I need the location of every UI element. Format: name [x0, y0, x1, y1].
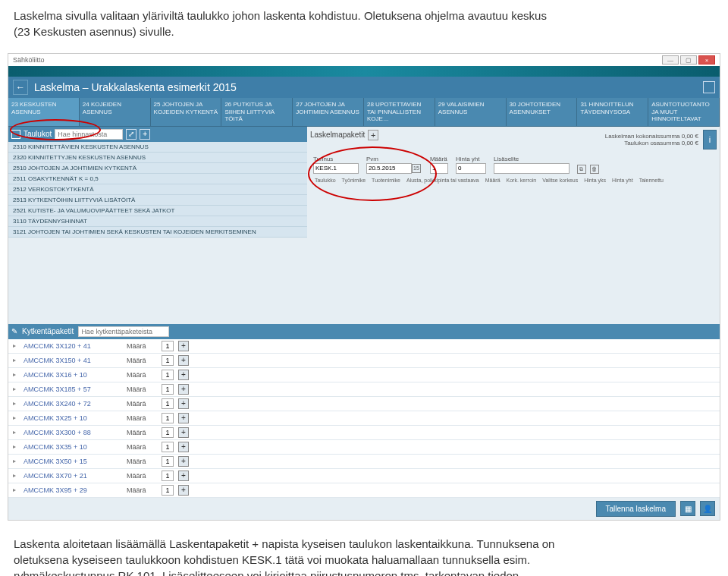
lisaselite-input[interactable]: [494, 163, 570, 174]
tab-item[interactable]: 27 JOHTOJEN JA JOHTIMIEN ASENNUS: [293, 98, 364, 126]
tab-item[interactable]: 23 KESKUSTEN ASENNUS: [8, 98, 80, 126]
intro-paragraph: Laskelma sivulla valitaan yläriviltä tau…: [0, 0, 728, 47]
tunnus-input[interactable]: [313, 163, 359, 174]
kp-name[interactable]: AMCCMK 3X95 + 29: [24, 486, 122, 494]
kp-name[interactable]: AMCCMK 3X16 + 10: [24, 371, 122, 379]
kp-qty-input[interactable]: [162, 427, 174, 438]
search-kytkentapaketit-input[interactable]: [78, 326, 169, 337]
kp-qty-input[interactable]: [162, 398, 174, 409]
kp-name[interactable]: AMCCMK 3X25 + 10: [24, 414, 122, 422]
kp-add-button[interactable]: +: [178, 427, 189, 438]
kp-qty-input[interactable]: [162, 456, 174, 467]
expand-row-icon[interactable]: ▸: [13, 472, 19, 479]
tab-item[interactable]: 28 UPOTETTAVIEN TAI PINNALLISTEN KOJE…: [364, 98, 435, 126]
expand-row-icon[interactable]: ▸: [13, 414, 19, 421]
kytkentapaketti-row: ▸AMCCMK 3X185 + 57Määrä+: [8, 382, 720, 397]
tab-item[interactable]: 26 PUTKITUS JA SIIHEN LIITTYVIÄ TÖITÄ: [221, 98, 293, 126]
kp-name[interactable]: AMCCMK 3X185 + 57: [24, 386, 122, 393]
kp-add-button[interactable]: +: [178, 442, 189, 452]
delete-icon[interactable]: 🗑: [590, 165, 599, 174]
expand-row-icon[interactable]: ▸: [13, 429, 19, 436]
kp-maara-label: Määrä: [127, 400, 157, 408]
kp-name[interactable]: AMCCMK 3X35 + 10: [24, 443, 122, 451]
expand-row-icon[interactable]: ▸: [13, 486, 19, 493]
kp-name[interactable]: AMCCMK 3X120 + 41: [24, 342, 122, 350]
kp-add-button[interactable]: +: [178, 398, 189, 409]
kp-add-button[interactable]: +: [178, 370, 189, 380]
footer-action-1-icon[interactable]: ▦: [680, 501, 695, 516]
taulukko-row[interactable]: 3121 JOHTOJEN TAI JOHTIMIEN SEKÄ KESKUST…: [8, 227, 307, 238]
taulukko-row[interactable]: 2310 KIINNITETTÄVIEN KESKUSTEN ASENNUS: [8, 142, 307, 153]
maara-input[interactable]: [430, 163, 448, 174]
tab-item[interactable]: 29 VALAISIMIEN ASENNUS: [435, 98, 507, 126]
tab-item[interactable]: 24 KOJEIDEN ASENNUS: [80, 98, 151, 126]
expand-row-icon[interactable]: ▸: [13, 371, 19, 378]
expand-row-icon[interactable]: ▸: [13, 386, 19, 392]
kp-add-button[interactable]: +: [178, 384, 189, 395]
tab-item[interactable]: ASUNTOTUOTANTO JA MUUT HINNOITELTAVAT: [648, 98, 720, 126]
taulukko-row[interactable]: 2511 OSAKYTKENNÄT k = 0,5: [8, 174, 307, 184]
kp-name[interactable]: AMCCMK 3X300 + 88: [24, 429, 122, 436]
kp-add-button[interactable]: +: [178, 341, 189, 351]
taulukko-row[interactable]: 2513 KYTKENTÖIHIN LIITTYVIÄ LISÄTÖITÄ: [8, 195, 307, 206]
kp-qty-input[interactable]: [162, 485, 174, 496]
kp-add-button[interactable]: +: [178, 413, 189, 423]
title-action-icon[interactable]: [703, 81, 715, 93]
kytkentapaketti-row: ▸AMCCMK 3X35 + 10Määrä+: [8, 440, 720, 455]
taulukko-row[interactable]: 2521 KUTISTE- JA VALUMUOVIPÄÄTTEET SEKÄ …: [8, 206, 307, 216]
kp-name[interactable]: AMCCMK 3X70 + 21: [24, 472, 122, 480]
kytkentapaketti-row: ▸AMCCMK 3X70 + 21Määrä+: [8, 469, 720, 483]
expand-row-icon[interactable]: ▸: [13, 443, 19, 450]
tab-item[interactable]: 25 JOHTOJEN JA KOJEIDEN KYTKENTÄ: [151, 98, 222, 126]
kp-add-button[interactable]: +: [178, 355, 189, 366]
minimize-button[interactable]: —: [662, 55, 679, 65]
kp-qty-input[interactable]: [162, 355, 174, 366]
pvm-input[interactable]: [366, 163, 412, 174]
info-button[interactable]: i: [703, 130, 717, 150]
kytkentapaketti-row: ▸AMCCMK 3X95 + 29Määrä+: [8, 483, 720, 498]
close-button[interactable]: ×: [698, 55, 715, 65]
kp-add-button[interactable]: +: [178, 456, 189, 467]
kp-qty-input[interactable]: [162, 471, 174, 481]
expand-row-icon[interactable]: ▸: [13, 400, 19, 407]
footer-action-2-icon[interactable]: 👤: [700, 501, 715, 516]
kp-name[interactable]: AMCCMK 3X150 + 41: [24, 357, 122, 364]
kp-add-button[interactable]: +: [178, 485, 189, 496]
expand-row-icon[interactable]: ▸: [13, 458, 19, 464]
page-title: Laskelma – Urakkalaskenta esimerkit 2015: [34, 81, 698, 93]
kp-add-button[interactable]: +: [178, 471, 189, 481]
column-header: Määrä: [484, 177, 502, 184]
kp-qty-input[interactable]: [162, 442, 174, 452]
expand-icon[interactable]: ⤢: [126, 129, 136, 140]
osasumma-label: Taulukon osasumma 0,00 €: [605, 140, 698, 146]
taulukko-row[interactable]: 2320 KIINNITETTYJEN KESKUSTEN ASENNUS: [8, 153, 307, 163]
taulukko-row[interactable]: 3110 TÄYDENNYSHINNAT: [8, 216, 307, 227]
hinta-input[interactable]: [456, 163, 486, 174]
expand-row-icon[interactable]: ▸: [13, 357, 19, 364]
tab-item[interactable]: 30 JOHTOTEIDEN ASENNUKSET: [507, 98, 578, 126]
maximize-button[interactable]: ▢: [680, 55, 697, 65]
search-hinnasto-input[interactable]: [55, 129, 123, 140]
kytkentapaketti-row: ▸AMCCMK 3X120 + 41Määrä+: [8, 339, 720, 354]
taulukko-row[interactable]: 2510 JOHTOJEN JA JOHTIMIEN KYTKENTÄ: [8, 163, 307, 174]
kp-name[interactable]: AMCCMK 3X50 + 15: [24, 458, 122, 465]
add-laskelmapaketti-button[interactable]: +: [368, 130, 378, 140]
back-button[interactable]: ←: [13, 80, 28, 95]
taulukko-list: 2310 KIINNITETTÄVIEN KESKUSTEN ASENNUS23…: [8, 142, 307, 238]
kp-maara-label: Määrä: [127, 429, 157, 436]
add-taulukko-button[interactable]: +: [140, 129, 150, 140]
tab-item[interactable]: 31 HINNOITTELUN TÄYDENNYSOSA: [577, 98, 648, 126]
kp-maara-label: Määrä: [127, 458, 157, 465]
kp-qty-input[interactable]: [162, 370, 174, 380]
kp-maara-label: Määrä: [127, 342, 157, 350]
kp-qty-input[interactable]: [162, 413, 174, 423]
kp-qty-input[interactable]: [162, 341, 174, 351]
save-button[interactable]: Tallenna laskelma: [596, 501, 676, 517]
column-header: Alusta, poikkipinta tai vastaava: [405, 177, 481, 184]
kp-name[interactable]: AMCCMK 3X240 + 72: [24, 400, 122, 408]
copy-icon[interactable]: ⧉: [577, 165, 586, 174]
kp-qty-input[interactable]: [162, 384, 174, 395]
expand-row-icon[interactable]: ▸: [13, 342, 19, 349]
calendar-icon[interactable]: 15: [412, 164, 421, 173]
taulukko-row[interactable]: 2512 VERKOSTOKYTKENTÄ: [8, 184, 307, 195]
